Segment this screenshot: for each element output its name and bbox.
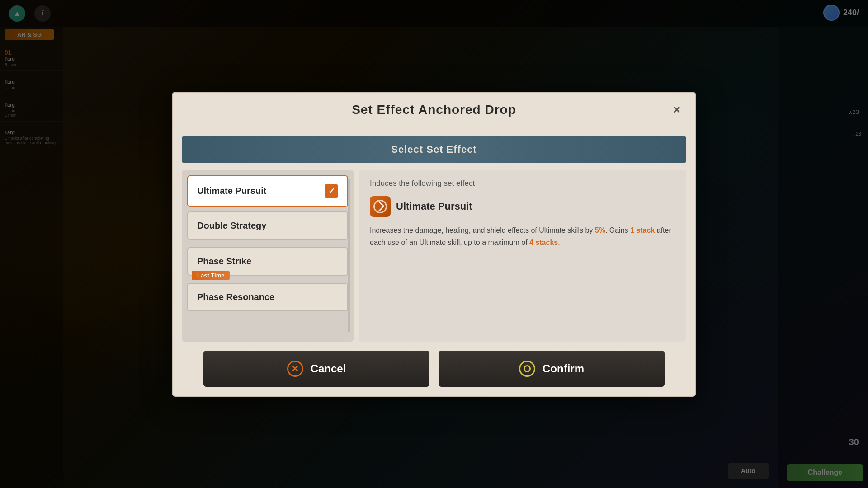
cancel-icon: ✕ [287,361,303,377]
confirm-label: Confirm [542,362,584,375]
modal-dialog: Set Effect Anchored Drop × Select Set Ef… [172,92,696,397]
set-item-label: Double Strategy [197,221,266,231]
desc-highlight-1: 5% [595,226,605,234]
set-item-phase-resonance[interactable]: Phase Resonance [187,283,348,311]
desc-plain-2: . Gains [605,226,630,234]
select-header: Select Set Effect [182,136,686,163]
cancel-button[interactable]: ✕ Cancel [203,351,429,387]
set-item-label: Phase Strike [197,256,251,267]
modal-body: Ultimate Pursuit ✓ Double Strategy Phase… [182,170,686,342]
effect-icon [370,196,391,217]
induces-text: Induces the following set effect [370,179,675,188]
set-effect-list: Ultimate Pursuit ✓ Double Strategy Phase… [182,170,354,342]
scrollbar[interactable] [348,179,350,333]
confirm-button[interactable]: Confirm [439,351,665,387]
set-item-ultimate-pursuit[interactable]: Ultimate Pursuit ✓ [187,175,348,207]
desc-highlight-2: 1 stack [630,226,655,234]
confirm-icon-inner [524,365,531,372]
check-icon: ✓ [325,184,338,198]
modal-title-bar: Set Effect Anchored Drop × [173,93,695,127]
effect-name: Ultimate Pursuit [396,201,472,212]
effect-icon-inner [373,200,387,213]
set-item-label: Ultimate Pursuit [197,186,266,196]
modal-overlay: Set Effect Anchored Drop × Select Set Ef… [0,0,868,488]
close-button[interactable]: × [667,100,686,119]
cancel-label: Cancel [311,362,346,375]
set-item-double-strategy[interactable]: Double Strategy [187,211,348,240]
modal-footer: ✕ Cancel Confirm [173,351,695,396]
confirm-icon [519,361,535,377]
last-time-badge: Last Time [192,271,230,280]
desc-plain-1: Increases the damage, healing, and shiel… [370,226,595,234]
modal-title: Set Effect Anchored Drop [352,103,516,117]
set-description-panel: Induces the following set effect Ultimat… [359,170,686,342]
desc-plain-4: . [558,239,560,246]
set-item-label: Phase Resonance [197,292,274,302]
desc-highlight-3: 4 stacks [529,239,558,246]
effect-header: Ultimate Pursuit [370,196,675,217]
description-text: Increases the damage, healing, and shiel… [370,224,675,249]
set-item-phase-strike[interactable]: Phase Strike Last Time [187,247,348,276]
